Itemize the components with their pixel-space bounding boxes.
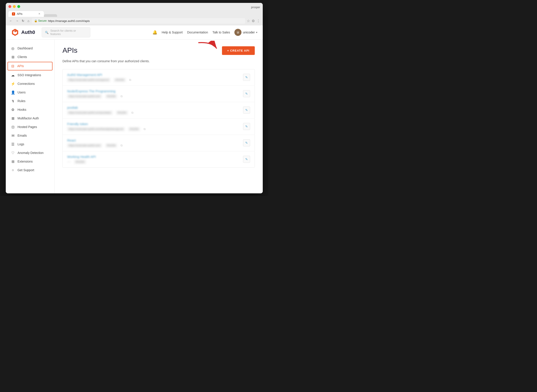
multifactor-icon: ⊠ bbox=[11, 116, 15, 121]
sidebar-item-label: Connections bbox=[18, 82, 35, 85]
nav-back-button[interactable]: ← bbox=[8, 19, 13, 23]
sidebar-item-hosted-pages[interactable]: ⊡ Hosted Pages bbox=[6, 123, 54, 131]
search-bar[interactable]: 🔍 Search for clients or features bbox=[42, 27, 90, 37]
bookmark-icon[interactable]: ☆ bbox=[247, 19, 250, 23]
traffic-light-red[interactable] bbox=[8, 5, 11, 8]
api-name: Friendly token bbox=[67, 122, 250, 126]
clients-icon: ⊞ bbox=[11, 55, 15, 59]
rules-icon: ↯ bbox=[11, 99, 15, 103]
lock-icon: 🔒 bbox=[34, 19, 37, 22]
api-identifier bbox=[67, 161, 71, 162]
sidebar-item-rules[interactable]: ↯ Rules bbox=[6, 97, 54, 105]
api-identifier: https://unicoder.auth0.com/friendlytoken… bbox=[67, 127, 125, 131]
api-meta: https://unicoder.auth0.com RS256 ⧉ bbox=[67, 94, 250, 98]
tab-title: APIs bbox=[17, 12, 22, 15]
api-edit-button[interactable]: ✎ bbox=[243, 123, 250, 130]
api-item: Friendly token https://unicoder.auth0.co… bbox=[63, 118, 255, 135]
api-identifier: https://unicoder.auth0.com/postlabz bbox=[67, 111, 112, 115]
apis-icon: ⊟ bbox=[11, 64, 15, 68]
sidebar-item-label: Multifactor Auth bbox=[18, 117, 39, 120]
sidebar-item-label: APIs bbox=[17, 64, 24, 68]
sidebar-item-get-support[interactable]: ○ Get Support bbox=[6, 166, 54, 174]
sidebar-item-label: Dashboard bbox=[18, 47, 33, 50]
user-menu[interactable]: U unicoder ▾ bbox=[234, 29, 257, 36]
sidebar-item-label: Hosted Pages bbox=[18, 125, 37, 129]
api-meta: https://unicoder.auth0.com/postlabz RS25… bbox=[67, 111, 250, 115]
api-edit-button[interactable]: ✎ bbox=[243, 90, 250, 97]
sidebar-item-label: Users bbox=[18, 91, 26, 94]
api-algorithm: RS256 bbox=[105, 94, 117, 98]
sidebar-item-label: Logs bbox=[18, 142, 24, 146]
tab-close-button[interactable]: ✕ bbox=[38, 12, 40, 15]
logo-area[interactable]: Auth0 bbox=[11, 28, 35, 36]
api-identifier: https://unicoder.auth0.com/api/v2/ bbox=[67, 78, 110, 82]
api-algorithm: RS256 bbox=[128, 127, 140, 131]
create-api-button[interactable]: + CREATE API bbox=[222, 46, 255, 55]
sidebar-item-users[interactable]: 👤 Users bbox=[6, 88, 54, 97]
anomaly-icon: ♡ bbox=[11, 151, 15, 155]
browser-tab-apis[interactable]: A APIs ✕ bbox=[8, 11, 44, 17]
extension-icon[interactable]: ⚙ bbox=[252, 19, 255, 23]
logo-text: Auth0 bbox=[21, 29, 35, 35]
sidebar-item-apis[interactable]: ⊟ APIs bbox=[8, 62, 52, 70]
api-item: React https://unicoder.auth0.com RS256 ⧉… bbox=[63, 135, 255, 151]
users-icon: 👤 bbox=[11, 90, 15, 95]
username-label: unicoder bbox=[243, 31, 255, 34]
nav-refresh-button[interactable]: ↻ bbox=[21, 19, 25, 23]
search-icon: 🔍 bbox=[45, 31, 48, 34]
documentation-link[interactable]: Documentation bbox=[187, 31, 208, 34]
search-placeholder: Search for clients or features bbox=[50, 29, 87, 36]
api-item: Auth0 Management API https://unicoder.au… bbox=[63, 69, 255, 86]
chevron-down-icon: ▾ bbox=[256, 31, 257, 34]
api-edit-button[interactable]: ✎ bbox=[243, 156, 250, 163]
sidebar-item-anomaly[interactable]: ♡ Anomaly Detection bbox=[6, 149, 54, 157]
sidebar-item-multifactor[interactable]: ⊠ Multifactor Auth bbox=[6, 114, 54, 123]
notification-bell-icon[interactable]: 🔔 bbox=[152, 30, 157, 35]
sidebar-item-logs[interactable]: ☰ Logs bbox=[6, 140, 54, 149]
scope-icon: ⧉ bbox=[131, 111, 133, 115]
api-edit-button[interactable]: ✎ bbox=[243, 139, 250, 146]
sidebar-item-label: Get Support bbox=[18, 168, 34, 172]
traffic-light-yellow[interactable] bbox=[13, 5, 16, 8]
api-algorithm: RS256 bbox=[114, 78, 126, 82]
sidebar-item-clients[interactable]: ⊞ Clients bbox=[6, 53, 54, 61]
avatar: U bbox=[234, 29, 242, 36]
sidebar-item-emails[interactable]: ✉ Emails bbox=[6, 131, 54, 140]
nav-forward-button[interactable]: → bbox=[15, 19, 19, 23]
page-description: Define APIs that you can consume from yo… bbox=[62, 59, 255, 63]
content-area: APIs + CREATE API bbox=[55, 40, 263, 193]
help-support-link[interactable]: Help & Support bbox=[162, 31, 183, 34]
scope-icon: ⧉ bbox=[144, 127, 145, 131]
api-edit-button[interactable]: ✎ bbox=[243, 74, 250, 81]
scope-icon: ⧉ bbox=[121, 144, 122, 147]
sidebar-item-label: Emails bbox=[18, 134, 27, 137]
api-meta: RS256 bbox=[67, 160, 250, 164]
sidebar-item-connections[interactable]: ⚡ Connections bbox=[6, 79, 54, 88]
address-bar[interactable]: 🔒 Secure https://manage.auth0.com/#/apis bbox=[32, 18, 245, 24]
arrow-indicator bbox=[196, 41, 220, 56]
api-algorithm: RS256 bbox=[105, 144, 117, 148]
menu-icon[interactable]: ⋮ bbox=[257, 19, 260, 23]
sidebar-item-label: SSO Integrations bbox=[18, 73, 41, 77]
api-name: Auth0 Management API bbox=[67, 73, 250, 77]
sidebar-item-dashboard[interactable]: ◎ Dashboard bbox=[6, 44, 54, 53]
api-item: postlab https://unicoder.auth0.com/postl… bbox=[63, 102, 255, 118]
api-identifier: https://unicoder.auth0.com bbox=[67, 144, 102, 148]
logs-icon: ☰ bbox=[11, 142, 15, 146]
api-edit-button[interactable]: ✎ bbox=[243, 107, 250, 114]
new-tab-button[interactable] bbox=[44, 14, 57, 17]
talk-to-sales-link[interactable]: Talk to Sales bbox=[212, 31, 230, 34]
traffic-light-green[interactable] bbox=[17, 5, 20, 8]
sidebar-item-hooks[interactable]: ⚙ Hooks bbox=[6, 105, 54, 114]
api-algorithm: RS256 bbox=[74, 160, 86, 164]
sidebar-item-extensions[interactable]: ⊞ Extensions bbox=[6, 157, 54, 166]
sidebar-item-label: Anomaly Detection bbox=[18, 151, 44, 154]
nav-home-button[interactable]: ⌂ bbox=[27, 19, 30, 23]
api-meta: https://unicoder.auth0.com/api/v2/ RS256… bbox=[67, 78, 250, 82]
sidebar-item-sso[interactable]: ☁ SSO Integrations bbox=[6, 71, 54, 79]
api-identifier: https://unicoder.auth0.com bbox=[67, 94, 102, 98]
dashboard-icon: ◎ bbox=[11, 46, 15, 51]
sidebar-item-label: Clients bbox=[18, 55, 27, 59]
api-name: React bbox=[67, 138, 250, 142]
sidebar: ◎ Dashboard ⊞ Clients ⊟ APIs ☁ SSO Integ… bbox=[6, 40, 55, 193]
